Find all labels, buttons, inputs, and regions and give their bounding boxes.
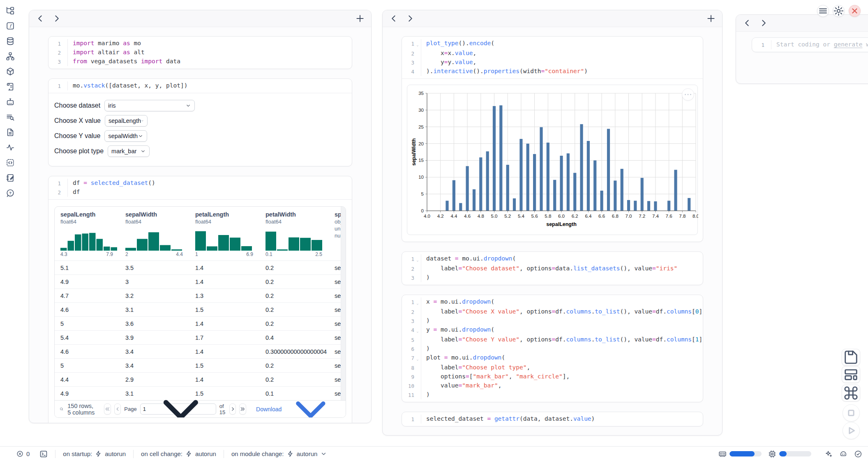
page-label: Page	[124, 406, 136, 412]
column-scroll-right-button[interactable]	[405, 13, 416, 24]
run-button[interactable]	[843, 422, 860, 439]
choose-dataset-select[interactable]: iris	[104, 100, 195, 111]
next-page-button[interactable]	[229, 403, 236, 415]
code-editor[interactable]: 1mo.vstack([dataset, x, y, plot])	[48, 79, 352, 93]
line-number: 9	[402, 372, 414, 381]
table-cell: 3.5	[120, 265, 189, 271]
generate-with-ai-link[interactable]: generate	[834, 41, 863, 48]
page-select[interactable]: 1	[140, 403, 216, 415]
copilot-button[interactable]	[839, 450, 847, 458]
table-cell: 0.2	[260, 279, 329, 285]
add-cell-button[interactable]	[355, 13, 365, 24]
save-button[interactable]	[842, 349, 860, 366]
choose-y-value-select[interactable]: sepalWidth	[104, 130, 147, 142]
table-cell: 0.4	[260, 334, 329, 341]
chevron-down-icon	[148, 377, 213, 418]
code-editor[interactable]: 1⌄plot_type().encode(2 x=x.value,3 y=y.v…	[402, 37, 703, 78]
code-line: 4).interactive().properties(width="conta…	[402, 67, 703, 76]
error-count: 0	[26, 450, 30, 457]
svg-text:6.2: 6.2	[572, 214, 578, 219]
terminal-button[interactable]	[37, 449, 50, 459]
settings-button[interactable]	[833, 5, 845, 17]
choose-x-value-select[interactable]: sepalLength	[105, 115, 148, 127]
code-editor[interactable]: 1 Start coding or generate with	[752, 38, 868, 52]
stop-button[interactable]	[843, 404, 860, 422]
table-cell: 0.2	[260, 293, 329, 299]
code-line: 6)	[402, 344, 703, 353]
code-line: 4⌄y = mo.ui.dropdown(	[402, 325, 703, 335]
search-icon[interactable]	[60, 406, 63, 413]
code-editor[interactable]: 1df = selected_dataset()2df	[48, 176, 352, 199]
column-header-petalLength[interactable]: petalLengthfloat6416.9	[189, 207, 260, 260]
last-page-button[interactable]	[239, 403, 246, 415]
	[414, 335, 421, 344]
table-cell: 1.4	[189, 265, 260, 271]
tracing-icon[interactable]	[5, 143, 15, 152]
column-header-sepalLength[interactable]: sepalLengthfloat644.37.9	[55, 207, 120, 260]
altair-chart-container: 051015202530354.04.24.44.64.85.05.25.45.…	[407, 85, 698, 235]
dependency-graph-icon[interactable]	[5, 51, 15, 61]
code-cell-dataset-dropdown: 1⌄dataset = mo.ui.dropdown(2 label="Choo…	[402, 251, 703, 285]
download-button[interactable]: Download	[254, 381, 341, 418]
choose-plot-type-select[interactable]: mark_bar	[108, 145, 150, 157]
ai-sparkles-button[interactable]	[824, 450, 833, 458]
code-editor[interactable]: 1selected_dataset = getattr(data, datase…	[402, 412, 703, 426]
previous-page-button[interactable]	[114, 403, 121, 415]
column-scroll-right-button[interactable]	[51, 13, 62, 24]
code-line: 1⌄x = mo.ui.dropdown(	[402, 297, 703, 307]
column-scroll-right-button[interactable]	[758, 18, 769, 28]
column-scroll-left-button[interactable]	[35, 13, 46, 24]
packages-icon[interactable]	[5, 67, 15, 76]
on-startup-setting[interactable]: on startup: autorun	[60, 450, 128, 458]
first-page-button[interactable]	[104, 403, 111, 415]
chart-menu-button[interactable]	[682, 88, 694, 101]
table-row: 5.43.91.70.4setos	[55, 330, 346, 344]
on-module-change-setting[interactable]: on module change: autorun	[229, 450, 330, 458]
column-scroll-left-button[interactable]	[388, 13, 399, 24]
code-editor[interactable]: 1import marimo as mo2import altair as al…	[48, 37, 352, 69]
documentation-icon[interactable]	[5, 127, 15, 137]
svg-text:10: 10	[418, 175, 424, 180]
chevron-down-icon	[138, 133, 143, 139]
ai-chat-icon[interactable]	[5, 97, 15, 107]
connection-status-button[interactable]	[854, 450, 862, 458]
table-cell: 5.1	[55, 265, 120, 271]
cell-output: Choose datasetirisChoose X valuesepalLen…	[48, 93, 352, 166]
outline-icon[interactable]	[5, 112, 15, 122]
feedback-icon[interactable]: ?	[5, 188, 15, 198]
scratchpad-icon[interactable]	[5, 173, 15, 183]
datasources-icon[interactable]	[5, 36, 15, 46]
logs-icon[interactable]	[5, 82, 15, 92]
altair-bar-chart[interactable]: 051015202530354.04.24.44.64.85.05.25.45.…	[411, 89, 698, 230]
	[414, 273, 421, 282]
svg-text:0: 0	[421, 208, 424, 213]
snippets-icon[interactable]	[5, 158, 15, 168]
layout-button[interactable]	[842, 366, 860, 383]
column-header-sepalWidth[interactable]: sepalWidthfloat6424.4	[120, 207, 189, 260]
sidebar: f?	[0, 0, 21, 198]
svg-text:6.6: 6.6	[598, 214, 605, 219]
choose-y-value-label: Choose Y value	[54, 132, 100, 140]
column-histogram	[195, 229, 252, 251]
file-explorer-icon[interactable]	[5, 6, 15, 16]
code-line: 3)	[402, 273, 703, 282]
code-cell-imports: 1import marimo as mo2import altair as al…	[48, 36, 352, 69]
table-cell: 1.7	[189, 334, 260, 341]
table-scrollbar[interactable]	[341, 207, 346, 401]
code-editor[interactable]: 1⌄x = mo.ui.dropdown(2 label="Choose X v…	[402, 295, 703, 402]
close-panel-button[interactable]	[849, 5, 861, 17]
svg-text:6.8: 6.8	[612, 214, 619, 219]
on-cell-change-setting[interactable]: on cell change: autorun	[139, 450, 219, 458]
keyboard-shortcuts-button[interactable]	[842, 385, 860, 401]
column-scroll-left-button[interactable]	[742, 18, 753, 28]
code-editor[interactable]: 1⌄dataset = mo.ui.dropdown(2 label="Choo…	[402, 252, 703, 285]
column-header-petalWidth[interactable]: petalWidthfloat640.12.5	[260, 207, 329, 260]
menu-button[interactable]	[817, 5, 829, 17]
line-number: 1	[402, 297, 414, 307]
add-cell-button[interactable]	[706, 13, 716, 24]
table-cell: 4.6	[55, 307, 120, 313]
functions-icon[interactable]: f	[5, 21, 15, 31]
column-histogram	[60, 229, 117, 251]
	[414, 307, 421, 316]
errors-indicator[interactable]: 0	[14, 450, 32, 458]
